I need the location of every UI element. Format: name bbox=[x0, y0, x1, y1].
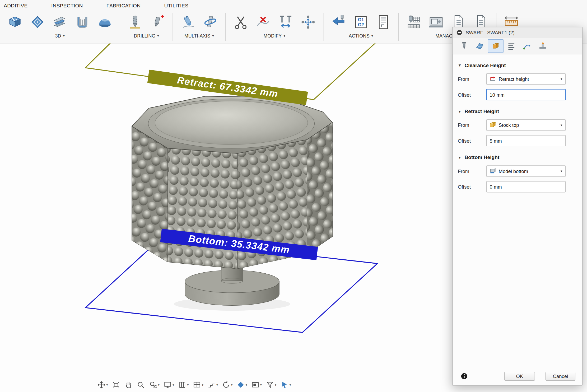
section-header[interactable]: ▼ Bottom Height bbox=[458, 155, 582, 160]
trim-scissors-icon[interactable] bbox=[232, 14, 249, 30]
stock-top-icon bbox=[489, 122, 496, 129]
chevron-down-icon: ▾ bbox=[290, 383, 291, 386]
post-process-icon[interactable] bbox=[330, 14, 347, 30]
contour-icon[interactable] bbox=[74, 14, 91, 30]
steps-icon bbox=[207, 381, 216, 389]
section-clearance-height: ▼ Clearance Height From Retract height ▾… bbox=[458, 63, 582, 100]
fusion-manufacture-window: Retract: 67.3342 mm Bottom: 35.3342 mm A… bbox=[0, 0, 587, 392]
retract-plane-edge-right bbox=[314, 41, 378, 100]
clearance-from-dropdown[interactable]: Retract height ▾ bbox=[486, 73, 566, 85]
toolbar-group-drilling-dropdown[interactable]: DRILLING▾ bbox=[134, 33, 159, 39]
tab-utility[interactable] bbox=[535, 39, 551, 53]
tab-heights[interactable] bbox=[488, 39, 504, 53]
retract-height-label[interactable]: Retract: 67.3342 mm bbox=[176, 75, 279, 100]
section-header[interactable]: ▼ Retract Height bbox=[458, 109, 582, 114]
chevron-down-icon: ▾ bbox=[231, 383, 232, 386]
model-bottom-icon bbox=[489, 168, 496, 175]
retract-from-dropdown[interactable]: Stock top ▾ bbox=[486, 119, 566, 131]
clearance-offset-input[interactable] bbox=[486, 89, 566, 100]
move-icon[interactable] bbox=[300, 14, 316, 30]
bottom-from-dropdown[interactable]: Model bottom ▾ bbox=[486, 165, 566, 177]
section-header[interactable]: ▼ Clearance Height bbox=[458, 63, 582, 68]
tab-passes[interactable] bbox=[504, 39, 519, 53]
toolbar-group-modify-dropdown[interactable]: MODIFY▾ bbox=[264, 33, 285, 39]
toolbar-group-multiaxis-dropdown[interactable]: MULTI-AXIS▾ bbox=[184, 33, 214, 39]
grid-snaps-icon bbox=[178, 381, 187, 389]
nav-orbit[interactable]: ▾ bbox=[221, 380, 234, 390]
pan-hand-icon bbox=[124, 381, 132, 389]
workspace-tab-bar: ADDITIVE INSPECTION FABRICATION UTILITIE… bbox=[0, 0, 587, 11]
tool-library-icon[interactable] bbox=[406, 14, 422, 30]
svg-text:G2: G2 bbox=[358, 22, 364, 27]
workspace-tab-utilities[interactable]: UTILITIES bbox=[164, 3, 189, 8]
disclosure-triangle-icon[interactable]: ▼ bbox=[458, 109, 462, 114]
svg-text:G1: G1 bbox=[358, 17, 364, 22]
dialog-title-bar[interactable]: SWARF : SWARF1 (2) bbox=[453, 27, 582, 38]
flow-icon[interactable] bbox=[180, 14, 196, 30]
nav-display-settings[interactable]: ▾ bbox=[162, 380, 176, 390]
model-top-face bbox=[155, 101, 308, 144]
cancel-button[interactable]: Cancel bbox=[546, 372, 575, 381]
swarf-icon[interactable] bbox=[202, 14, 218, 30]
chevron-down-icon: ▾ bbox=[106, 383, 108, 386]
setup-sheet-icon[interactable] bbox=[375, 14, 392, 30]
zoom-window-icon bbox=[149, 381, 157, 389]
offset-label: Offset bbox=[458, 138, 486, 143]
delete-toolpath-icon[interactable] bbox=[255, 14, 271, 30]
retract-height-plane[interactable]: Retract: 67.3342 mm bbox=[85, 41, 377, 105]
nav-look-at[interactable]: ▾ bbox=[235, 380, 249, 390]
offset-label: Offset bbox=[458, 184, 486, 190]
disclosure-triangle-icon[interactable]: ▼ bbox=[458, 155, 462, 160]
gcode-icon[interactable]: G1 G2 bbox=[353, 14, 369, 30]
nav-pan[interactable] bbox=[123, 380, 134, 390]
tab-tool[interactable] bbox=[456, 39, 472, 53]
selection-arrow-icon bbox=[281, 381, 289, 389]
toolbar-group-3d-dropdown[interactable]: 3D▾ bbox=[55, 33, 65, 39]
screen-layout-icon bbox=[251, 381, 259, 389]
nav-viewports[interactable]: ▾ bbox=[191, 380, 205, 390]
dialog-title: SWARF : SWARF1 (2) bbox=[466, 30, 515, 35]
bottom-offset-input[interactable] bbox=[486, 181, 566, 193]
zoom-icon bbox=[137, 381, 145, 389]
toolbar-group-actions-dropdown[interactable]: ACTIONS▾ bbox=[349, 33, 373, 39]
replace-icon[interactable] bbox=[277, 14, 294, 30]
deep-drill-icon[interactable] bbox=[149, 14, 166, 30]
nav-steps[interactable]: ▾ bbox=[206, 380, 220, 390]
nav-free-move[interactable]: ▾ bbox=[96, 380, 109, 390]
parallel-icon[interactable] bbox=[52, 14, 68, 30]
nav-screen-layout[interactable]: ▾ bbox=[250, 380, 263, 390]
nav-zoom-window[interactable]: ▾ bbox=[147, 380, 161, 390]
nav-selection-filter[interactable]: ▾ bbox=[264, 380, 278, 390]
adaptive-clearing-icon[interactable] bbox=[7, 14, 23, 30]
machine-library-icon[interactable] bbox=[428, 14, 444, 30]
tab-geometry[interactable] bbox=[472, 39, 488, 53]
offset-label: Offset bbox=[458, 92, 486, 97]
nav-fit[interactable] bbox=[110, 380, 122, 390]
workspace-tab-inspection[interactable]: INSPECTION bbox=[51, 3, 83, 8]
retract-offset-input[interactable] bbox=[486, 135, 566, 147]
dialog-footer: OK Cancel bbox=[453, 372, 582, 381]
morphed-spiral-icon[interactable] bbox=[97, 14, 113, 30]
workspace-tab-additive[interactable]: ADDITIVE bbox=[4, 3, 28, 8]
chevron-down-icon: ▾ bbox=[158, 383, 160, 386]
info-icon[interactable] bbox=[461, 373, 468, 380]
nav-selection-tools[interactable]: ▾ bbox=[279, 380, 292, 390]
toolbar-group-actions: G1 G2 ACTIONS▾ bbox=[323, 11, 398, 39]
workspace-tab-fabrication[interactable]: FABRICATION bbox=[106, 3, 141, 8]
chevron-down-icon: ▾ bbox=[246, 383, 247, 386]
chevron-down-icon: ▾ bbox=[63, 34, 64, 38]
nav-grid-snaps[interactable]: ▾ bbox=[177, 380, 190, 390]
chevron-down-icon: ▾ bbox=[173, 383, 174, 386]
chevron-down-icon: ▾ bbox=[561, 77, 562, 81]
drill-icon[interactable] bbox=[127, 14, 143, 30]
toolbar-group-3d: 3D▾ bbox=[0, 11, 120, 39]
tab-linking[interactable] bbox=[519, 39, 535, 53]
disclosure-triangle-icon[interactable]: ▼ bbox=[458, 63, 462, 67]
tab-passes-icon bbox=[507, 42, 515, 50]
from-label: From bbox=[458, 76, 486, 82]
section-bottom-height: ▼ Bottom Height From Model bottom ▾ Offs… bbox=[458, 155, 582, 192]
pocket-clearing-icon[interactable] bbox=[29, 14, 46, 30]
ok-button[interactable]: OK bbox=[504, 372, 535, 381]
nav-zoom[interactable] bbox=[135, 380, 147, 390]
navigation-bar: ▾ ▾ ▾ bbox=[96, 380, 292, 390]
